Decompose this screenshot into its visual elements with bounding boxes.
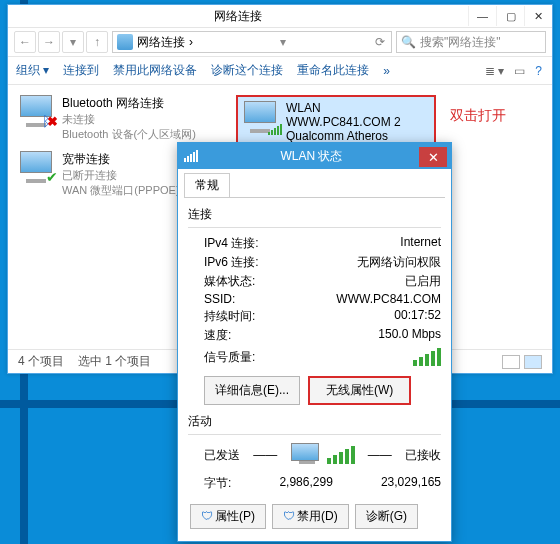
- annotation-label: 双击打开: [450, 107, 506, 125]
- maximize-button[interactable]: ▢: [496, 6, 524, 26]
- ipv4-value: Internet: [400, 235, 441, 252]
- connection-name: WLAN: [286, 101, 430, 115]
- duration-value: 00:17:52: [394, 308, 441, 325]
- connection-device: Bluetooth 设备(个人区域网): [62, 127, 196, 142]
- status-item-count: 4 个项目: [18, 353, 64, 370]
- activity-dash: ——: [253, 448, 277, 462]
- dialog-close-button[interactable]: ✕: [419, 147, 447, 167]
- ssid-value: WWW.PC841.COM: [336, 292, 441, 306]
- shield-icon: 🛡: [283, 509, 295, 523]
- group-activity-label: 活动: [188, 413, 441, 430]
- duration-label: 持续时间:: [204, 308, 255, 325]
- wifi-signal-icon: [268, 124, 282, 135]
- connection-name: Bluetooth 网络连接: [62, 95, 196, 112]
- toolbar-overflow[interactable]: »: [383, 64, 390, 78]
- minimize-button[interactable]: —: [468, 6, 496, 26]
- ssid-label: SSID:: [204, 292, 235, 306]
- address-bar[interactable]: 网络连接 › ▾ ⟳: [112, 31, 392, 53]
- toolbar-connect[interactable]: 连接到: [63, 62, 99, 79]
- shield-icon: 🛡: [201, 509, 213, 523]
- search-icon: 🔍: [401, 35, 416, 49]
- search-input[interactable]: 🔍 搜索"网络连接": [396, 31, 546, 53]
- bytes-label: 字节:: [204, 475, 231, 492]
- ipv4-label: IPv4 连接:: [204, 235, 259, 252]
- ok-badge-icon: ✔: [46, 169, 58, 185]
- bytes-sent-value: 2,986,299: [279, 475, 332, 492]
- connection-status: 未连接: [62, 112, 196, 127]
- network-adapter-icon: ✖: [18, 95, 56, 127]
- status-selection: 选中 1 个项目: [78, 353, 151, 370]
- signal-quality-label: 信号质量:: [204, 349, 255, 366]
- breadcrumb[interactable]: 网络连接: [137, 34, 185, 51]
- window-titlebar[interactable]: 网络连接 — ▢ ✕: [8, 5, 552, 27]
- nav-history-button[interactable]: ▾: [62, 31, 84, 53]
- toolbar-disable[interactable]: 禁用此网络设备: [113, 62, 197, 79]
- nav-forward-button[interactable]: →: [38, 31, 60, 53]
- wireless-properties-button[interactable]: 无线属性(W): [308, 376, 411, 405]
- wifi-signal-icon: [184, 150, 198, 162]
- activity-dash: ——: [368, 448, 392, 462]
- location-icon: [117, 34, 133, 50]
- signal-bars-icon: [413, 348, 441, 366]
- bluetooth-icon: ᛒ: [42, 113, 50, 129]
- bytes-recv-value: 23,029,165: [381, 475, 441, 492]
- sent-label: 已发送: [204, 447, 240, 464]
- activity-signal-icon: [327, 446, 355, 464]
- wlan-status-dialog: WLAN 状态 ✕ 常规 连接 IPv4 连接:Internet IPv6 连接…: [177, 142, 452, 542]
- close-button[interactable]: ✕: [524, 6, 552, 26]
- view-tiles-icon[interactable]: [524, 355, 542, 369]
- nav-up-button[interactable]: ↑: [86, 31, 108, 53]
- speed-value: 150.0 Mbps: [378, 327, 441, 344]
- view-options-icon[interactable]: ≣ ▾: [483, 64, 506, 78]
- dialog-title: WLAN 状态: [204, 148, 419, 165]
- network-adapter-icon: [242, 101, 280, 133]
- disable-button[interactable]: 🛡禁用(D): [272, 504, 349, 529]
- ipv6-label: IPv6 连接:: [204, 254, 259, 271]
- activity-computer-icon: [291, 443, 323, 467]
- group-connection-label: 连接: [188, 206, 441, 223]
- preview-pane-icon[interactable]: ▭: [512, 64, 527, 78]
- network-adapter-icon: ✔: [18, 151, 56, 183]
- tab-general[interactable]: 常规: [184, 173, 230, 197]
- nav-back-button[interactable]: ←: [14, 31, 36, 53]
- refresh-button[interactable]: ⟳: [373, 35, 387, 49]
- media-label: 媒体状态:: [204, 273, 255, 290]
- connection-status: WWW.PC841.COM 2: [286, 115, 430, 129]
- speed-label: 速度:: [204, 327, 231, 344]
- breadcrumb-chevron-icon[interactable]: ›: [189, 35, 193, 49]
- ipv6-value: 无网络访问权限: [357, 254, 441, 271]
- toolbar-rename[interactable]: 重命名此连接: [297, 62, 369, 79]
- properties-button[interactable]: 🛡属性(P): [190, 504, 266, 529]
- media-value: 已启用: [405, 273, 441, 290]
- dialog-titlebar[interactable]: WLAN 状态 ✕: [178, 143, 451, 169]
- details-button[interactable]: 详细信息(E)...: [204, 376, 300, 405]
- toolbar-diagnose[interactable]: 诊断这个连接: [211, 62, 283, 79]
- diagnose-button[interactable]: 诊断(G): [355, 504, 418, 529]
- connection-name: 宽带连接: [62, 151, 180, 168]
- window-title: 网络连接: [8, 8, 468, 25]
- connection-status: 已断开连接: [62, 168, 180, 183]
- address-dropdown-icon[interactable]: ▾: [280, 35, 286, 49]
- help-icon[interactable]: ?: [533, 64, 544, 78]
- search-placeholder: 搜索"网络连接": [420, 34, 501, 51]
- received-label: 已接收: [405, 447, 441, 464]
- connection-item-bluetooth[interactable]: ✖ ᛒ Bluetooth 网络连接 未连接 Bluetooth 设备(个人区域…: [14, 91, 214, 147]
- toolbar-organize[interactable]: 组织 ▾: [16, 62, 49, 79]
- connection-device: WAN 微型端口(PPPOE): [62, 183, 180, 198]
- view-details-icon[interactable]: [502, 355, 520, 369]
